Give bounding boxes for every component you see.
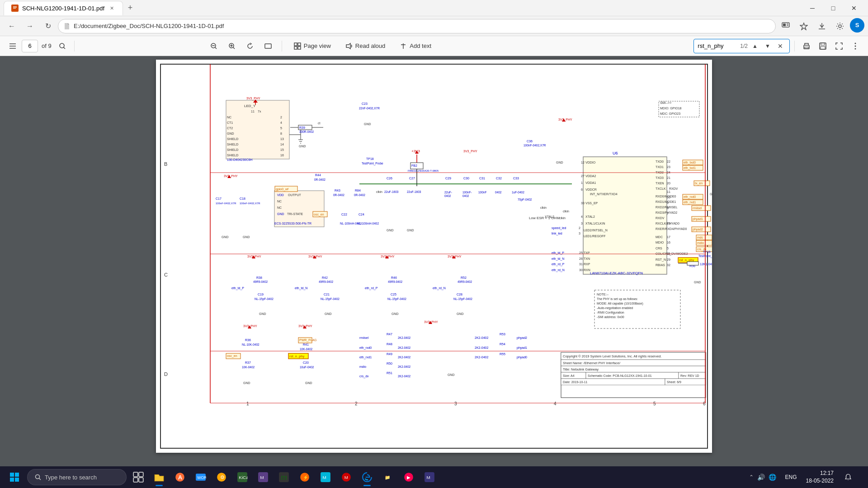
fullscreen-button[interactable] bbox=[832, 39, 846, 53]
svg-text:VDDIO: VDDIO bbox=[585, 161, 596, 164]
search-close-button[interactable]: ✕ bbox=[775, 41, 786, 52]
svg-point-382 bbox=[36, 475, 40, 479]
rotate-button[interactable] bbox=[243, 39, 257, 53]
settings-button[interactable] bbox=[832, 18, 848, 34]
svg-text:4: 4 bbox=[280, 121, 282, 124]
favorites-button[interactable] bbox=[796, 18, 812, 34]
svg-text:NC: NC bbox=[277, 200, 282, 203]
network-icon[interactable]: 🌐 bbox=[769, 474, 776, 481]
svg-rect-385 bbox=[139, 472, 143, 477]
volume-icon[interactable]: 🔊 bbox=[757, 474, 765, 481]
svg-text:130-D404230C6H: 130-D404230C6H bbox=[227, 158, 252, 161]
svg-text:16: 16 bbox=[667, 241, 670, 244]
app-icon-11[interactable]: ▶ bbox=[399, 467, 419, 487]
svg-text:R53: R53 bbox=[500, 333, 505, 336]
maximize-button[interactable]: □ bbox=[823, 1, 844, 15]
forward-button[interactable]: → bbox=[22, 18, 38, 34]
svg-rect-381 bbox=[15, 478, 19, 482]
svg-text:20: 20 bbox=[667, 182, 670, 185]
refresh-button[interactable]: ↻ bbox=[40, 18, 56, 34]
back-button[interactable]: ← bbox=[4, 18, 20, 34]
svg-line-383 bbox=[39, 478, 41, 480]
svg-text:TRI-STATE: TRI-STATE bbox=[287, 212, 303, 216]
svg-text:M: M bbox=[344, 475, 348, 480]
title-bar: SCH-NLG1200-1941-1D-01.pdf ✕ + ─ □ ✕ bbox=[0, 0, 868, 16]
page-of-label: of 9 bbox=[42, 42, 52, 49]
more-tools-button[interactable] bbox=[848, 39, 863, 53]
add-text-button[interactable]: Add text bbox=[394, 40, 437, 52]
fit-page-button[interactable] bbox=[261, 39, 275, 53]
sidebar-toggle-button[interactable] bbox=[5, 39, 20, 53]
svg-text:2K2-0402: 2K2-0402 bbox=[475, 336, 488, 339]
address-bar[interactable]: E:/document/Zigbee_Doc/SCH-NLG1200-1941-… bbox=[58, 19, 776, 33]
language-indicator[interactable]: ENG bbox=[783, 474, 799, 480]
svg-text:GND: GND bbox=[407, 229, 414, 232]
svg-text:LED1/REGOFF: LED1/REGOFF bbox=[584, 235, 606, 238]
svg-text:phyad2: phyad2 bbox=[517, 336, 527, 340]
svg-text:-Auto-negotiation enabled: -Auto-negotiation enabled bbox=[597, 306, 633, 310]
svg-text:R84: R84 bbox=[355, 189, 361, 192]
app-icon-6[interactable]: {'}'} bbox=[274, 467, 294, 487]
taskbar-right: ⌃ 🔊 🌐 ENG 12:17 18-05-2022 bbox=[744, 467, 864, 487]
taskbar-search[interactable]: Type here to search bbox=[27, 469, 127, 485]
app-icon-1[interactable]: A bbox=[170, 467, 190, 487]
close-button[interactable]: ✕ bbox=[844, 1, 864, 15]
svg-rect-378 bbox=[10, 473, 14, 477]
svg-text:GND: GND bbox=[227, 132, 234, 135]
app-icon-10[interactable]: 📁 bbox=[378, 467, 398, 487]
app-icon-8[interactable]: M bbox=[316, 467, 335, 487]
pdf-area[interactable]: B C D 1 2 3 4 5 6 LED_Y 11 7x NC CT1 CT2… bbox=[0, 56, 868, 466]
app-icon-2[interactable]: WORD bbox=[191, 467, 211, 487]
search-input[interactable]: rst_n_phy bbox=[698, 42, 738, 49]
app-icon-7[interactable]: ⚡ bbox=[295, 467, 315, 487]
svg-text:CT2: CT2 bbox=[227, 127, 233, 130]
system-clock[interactable]: 12:17 18-05-2022 bbox=[801, 469, 839, 485]
zoom-in-button[interactable] bbox=[225, 39, 239, 53]
svg-text:osc_en: osc_en bbox=[314, 213, 324, 216]
file-explorer-button[interactable] bbox=[149, 467, 169, 487]
page-view-button[interactable]: Page view bbox=[288, 40, 336, 52]
collections-button[interactable] bbox=[778, 18, 794, 34]
svg-text:Sheet Name: /Ethernet PHY Inte: Sheet Name: /Ethernet PHY Interface/ bbox=[563, 361, 621, 365]
app-icon-9[interactable]: M bbox=[336, 467, 356, 487]
profile-button[interactable]: S bbox=[850, 18, 864, 33]
read-aloud-button[interactable]: Read aloud bbox=[340, 40, 391, 52]
svg-text:10: 10 bbox=[667, 196, 670, 199]
downloads-button[interactable] bbox=[814, 18, 830, 34]
svg-text:GND: GND bbox=[387, 229, 394, 232]
svg-text:R39: R39 bbox=[299, 126, 305, 129]
search-box[interactable]: rst_n_phy 1/2 ▲ ▼ ✕ bbox=[693, 39, 790, 53]
taskbar: Type here to search A WORD ⚙ KiCad M {'}… bbox=[0, 466, 868, 488]
new-tab-button[interactable]: + bbox=[123, 1, 137, 15]
svg-text:SHIELD: SHIELD bbox=[227, 143, 238, 146]
save-button[interactable] bbox=[816, 39, 830, 53]
print-button[interactable] bbox=[799, 39, 814, 53]
app-icon-12[interactable]: M bbox=[420, 467, 439, 487]
svg-text:mdio: mdio bbox=[697, 241, 704, 244]
search-next-button[interactable]: ▼ bbox=[762, 41, 773, 52]
app-icon-5[interactable]: M bbox=[253, 467, 273, 487]
edge-browser-button[interactable] bbox=[357, 467, 377, 487]
system-tray-expand[interactable]: ⌃ bbox=[749, 474, 754, 480]
taskview-button[interactable] bbox=[128, 467, 148, 487]
svg-text:2K2-0402: 2K2-0402 bbox=[398, 375, 411, 378]
zoom-out-button[interactable] bbox=[207, 39, 221, 53]
svg-text:R50: R50 bbox=[387, 362, 392, 365]
page-number-input[interactable]: 6 bbox=[22, 40, 38, 52]
tab-bar: SCH-NLG1200-1941-1D-01.pdf ✕ + bbox=[4, 0, 137, 16]
svg-text:SMI-->>: SMI-->> bbox=[660, 101, 671, 104]
search-prev-button[interactable]: ▲ bbox=[750, 41, 760, 52]
svg-text:SHIELD: SHIELD bbox=[227, 137, 238, 141]
svg-text:R54: R54 bbox=[500, 343, 505, 346]
app-icon-3[interactable]: ⚙ bbox=[212, 467, 231, 487]
tab-close-button[interactable]: ✕ bbox=[108, 5, 115, 12]
browser-tab[interactable]: SCH-NLG1200-1941-1D-01.pdf ✕ bbox=[4, 1, 123, 15]
svg-text:A: A bbox=[178, 474, 183, 481]
start-button[interactable] bbox=[4, 466, 25, 488]
svg-text:R43: R43 bbox=[335, 189, 340, 192]
show-desktop-button[interactable] bbox=[857, 467, 864, 487]
app-icon-4[interactable]: KiCad bbox=[232, 467, 252, 487]
minimize-button[interactable]: ─ bbox=[802, 1, 823, 15]
page-search-button[interactable] bbox=[55, 39, 70, 53]
notification-center-button[interactable] bbox=[841, 470, 855, 484]
